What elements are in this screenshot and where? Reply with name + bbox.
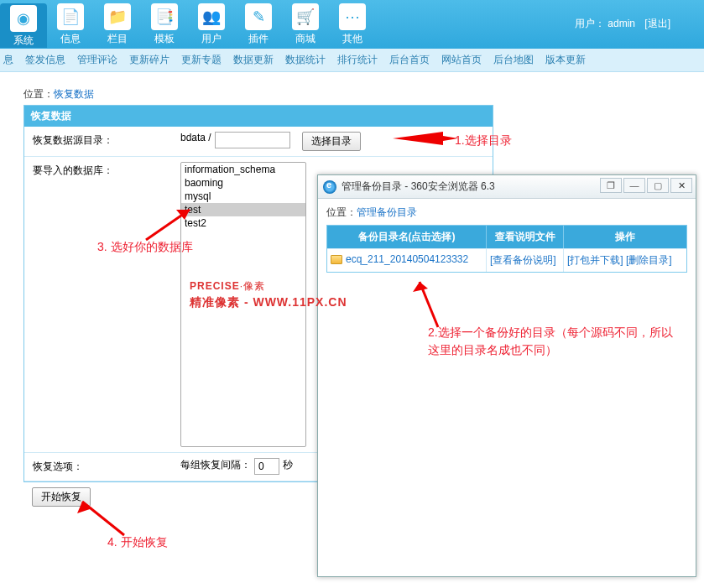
source-dir-input[interactable] (215, 132, 290, 148)
subnav-item[interactable]: 管理评论 (77, 53, 117, 67)
popup-title: 管理备份目录 - 360安全浏览器 6.3 (342, 180, 495, 194)
ie-icon (323, 180, 336, 194)
source-dir-label: 恢复数据源目录： (24, 127, 175, 156)
nav-shop[interactable]: 🛒商城 (282, 3, 329, 46)
nav-template[interactable]: 📑模板 (141, 3, 188, 46)
subnav-item[interactable]: 签发信息 (25, 53, 65, 67)
subnav-item[interactable]: 数据更新 (233, 53, 274, 67)
nav-user[interactable]: 👥用户 (188, 3, 235, 46)
subnav-item[interactable]: 网站首页 (441, 53, 482, 67)
popup-breadcrumb: 位置：管理备份目录 (326, 206, 687, 220)
choose-dir-button[interactable]: 选择目录 (302, 132, 361, 151)
more-icon: ⋯ (339, 3, 366, 30)
close-button[interactable]: ✕ (670, 178, 692, 193)
interval-input[interactable] (254, 458, 279, 475)
grid-row: ecq_211_20140504123332 [查看备份说明] [打包并下载] … (327, 248, 686, 272)
delete-dir-link[interactable]: [删除目录] (626, 254, 672, 266)
template-icon: 📑 (151, 3, 178, 30)
logout-link[interactable]: [退出] (644, 18, 670, 29)
download-link[interactable]: [打包并下载] (567, 254, 623, 266)
breadcrumb: 位置：恢复数据 (23, 87, 704, 101)
annotation-4: 4. 开始恢复 (107, 535, 168, 550)
nav-other[interactable]: ⋯其他 (329, 3, 376, 46)
cart-icon: 🛒 (292, 3, 319, 30)
nav-system[interactable]: ◉ 系统 (0, 3, 47, 48)
subnav-item[interactable]: 排行统计 (337, 53, 378, 67)
row-source-dir: 恢复数据源目录： bdata / 选择目录 (24, 127, 493, 157)
subnav-item[interactable]: 数据统计 (285, 53, 326, 67)
database-select[interactable]: information_schemabaomingmysqltesttest2 (180, 162, 306, 447)
svg-line-5 (82, 502, 124, 535)
grid-head-view: 查看说明文件 (487, 226, 564, 248)
grid-head-action: 操作 (564, 226, 686, 248)
restore-window-button[interactable]: ❐ (600, 178, 622, 193)
start-restore-button[interactable]: 开始恢复 (32, 487, 91, 507)
user-label: 用户： (575, 18, 605, 29)
globe-icon: ◉ (10, 5, 37, 32)
folder-icon (331, 255, 342, 264)
popup-window: 管理备份目录 - 360安全浏览器 6.3 ❐ — ▢ ✕ 位置：管理备份目录 … (317, 174, 696, 577)
subnav-item[interactable]: 后台地图 (493, 53, 534, 67)
bdata-prefix: bdata / (180, 132, 211, 143)
popup-titlebar[interactable]: 管理备份目录 - 360安全浏览器 6.3 ❐ — ▢ ✕ (318, 175, 696, 199)
top-navigation: ◉ 系统 📄信息 📁栏目 📑模板 👥用户 ✎插件 🛒商城 ⋯其他 用户： adm… (0, 0, 704, 49)
document-icon: 📄 (57, 3, 84, 30)
options-label: 恢复选项： (24, 453, 175, 481)
backup-grid: 备份目录名(点击选择) 查看说明文件 操作 ecq_211_2014050412… (326, 225, 687, 273)
subnav-item[interactable]: 版本更新 (545, 53, 586, 67)
grid-head-name: 备份目录名(点击选择) (327, 226, 487, 248)
sub-navigation: 息 签发信息 管理评论 更新碎片 更新专题 数据更新 数据统计 排行统计 后台首… (0, 49, 704, 72)
subnav-item[interactable]: 更新专题 (181, 53, 222, 67)
users-icon: 👥 (198, 3, 225, 30)
minimize-button[interactable]: — (623, 178, 645, 193)
user-name: admin (608, 18, 635, 29)
popup-breadcrumb-link[interactable]: 管理备份目录 (357, 206, 417, 218)
interval-label: 每组恢复间隔： (180, 458, 251, 472)
maximize-button[interactable]: ▢ (647, 178, 669, 193)
subnav-item[interactable]: 后台首页 (389, 53, 430, 67)
interval-unit: 秒 (283, 458, 293, 472)
user-area: 用户： admin [退出] (575, 17, 670, 31)
breadcrumb-link[interactable]: 恢复数据 (54, 88, 94, 100)
database-label: 要导入的数据库： (24, 157, 175, 452)
subnav-item[interactable]: 息 (3, 53, 13, 67)
folder-icon: 📁 (104, 3, 131, 30)
nav-plugin[interactable]: ✎插件 (235, 3, 282, 46)
subnav-item[interactable]: 更新碎片 (129, 53, 169, 67)
panel-title: 恢复数据 (24, 106, 493, 127)
plugin-icon: ✎ (245, 3, 272, 30)
backup-dir-link[interactable]: ecq_211_20140504123332 (346, 253, 468, 265)
nav-column[interactable]: 📁栏目 (94, 3, 141, 46)
grid-header: 备份目录名(点击选择) 查看说明文件 操作 (327, 226, 686, 248)
nav-info[interactable]: 📄信息 (47, 3, 94, 46)
view-description-link[interactable]: [查看备份说明] (490, 254, 556, 266)
